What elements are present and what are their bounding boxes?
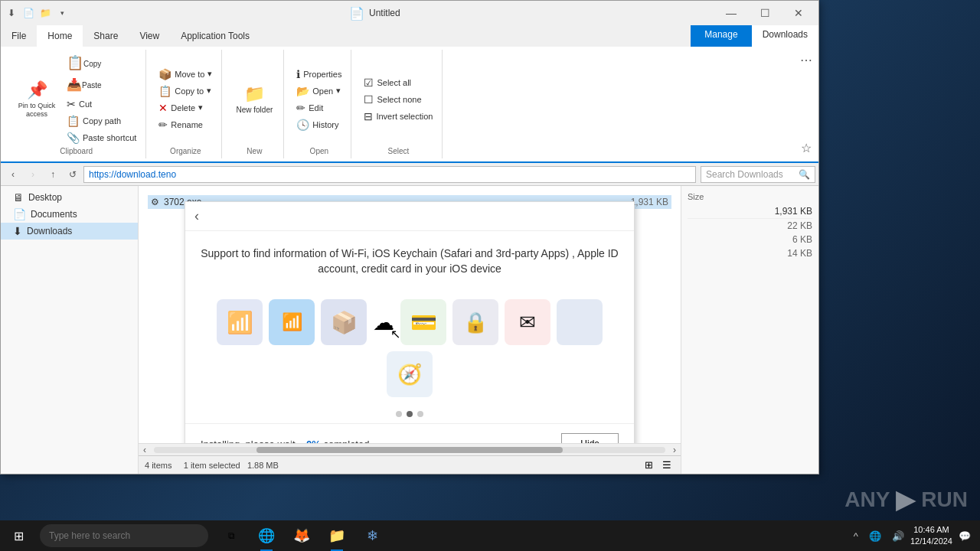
organize-col: 📦 Move to ▾ 📋 Copy to ▾ ✕ Delete ▾ <box>155 67 215 132</box>
paste-shortcut-button[interactable]: 📎 Paste shortcut <box>64 130 139 145</box>
invert-selection-icon: ⊟ <box>364 110 373 122</box>
quick-download-btn[interactable]: ⬇ <box>4 5 19 21</box>
select-all-button[interactable]: ☑ Select all <box>361 75 436 90</box>
taskbar-app-edge[interactable]: 🌐 <box>250 520 283 551</box>
tab-file[interactable]: File <box>1 25 37 47</box>
notification-icon[interactable]: 💬 <box>956 529 974 543</box>
select-none-button[interactable]: ☐ Select none <box>361 92 436 107</box>
file-explorer-window: ⬇ 📄 📁 ▾ 📄 Untitled — ☐ ✕ File Home Share… <box>0 0 819 474</box>
installer-progress: Installing, please wait... 0% completed.… <box>185 423 634 443</box>
edge-icon: 🌐 <box>258 527 275 544</box>
details-view-btn[interactable]: ⊞ <box>641 458 656 473</box>
app-tile-gmail: ✉ <box>505 299 550 345</box>
close-button[interactable]: ✕ <box>782 1 815 25</box>
app-tile-lock: 🔒 <box>452 299 498 345</box>
scroll-left-btn[interactable]: ‹ <box>139 444 151 456</box>
taskbar-volume-icon[interactable]: 🔊 <box>889 529 907 543</box>
taskbar-app-explorer[interactable]: 📁 <box>320 520 354 551</box>
progress-text: Installing, please wait... 0% completed. <box>201 439 372 443</box>
window-icon: 📄 <box>349 6 364 21</box>
start-button[interactable]: ⊞ <box>0 520 37 551</box>
status-bar: 4 items 1 item selected 1.88 MB ⊞ ☰ <box>139 455 681 474</box>
ribbon-expand-btn[interactable]: ⋯ <box>800 53 812 67</box>
taskbar-chevron-icon[interactable]: ^ <box>851 529 861 543</box>
tab-manage[interactable]: Manage <box>691 25 751 47</box>
up-button[interactable]: ↑ <box>44 165 62 184</box>
task-view-icon: ⧉ <box>228 530 235 541</box>
open-buttons: ℹ Properties 📂 Open ▾ ✏ Edit <box>293 53 345 145</box>
forward-button[interactable]: › <box>24 165 42 184</box>
taskbar: ⊞ ⧉ 🌐 🦊 📁 ❄ ^ 🌐 🔊 10:46 AM 12/14/2024 💬 <box>0 520 980 551</box>
pin-to-quick-button[interactable]: 📌 Pin to Quick access <box>13 79 60 120</box>
scroll-track[interactable] <box>154 447 665 453</box>
tab-home[interactable]: Home <box>37 25 83 47</box>
open-arrow: ▾ <box>336 86 341 96</box>
delete-button[interactable]: ✕ Delete ▾ <box>155 100 215 116</box>
right-panel: Size 1,931 KB 22 KB 6 KB 14 KB <box>681 186 818 474</box>
address-bar[interactable]: https://download.teno <box>83 166 696 183</box>
properties-button[interactable]: ℹ Properties <box>293 67 345 82</box>
cut-button[interactable]: ✂ Cut <box>64 96 139 112</box>
select-none-icon: ☐ <box>364 93 374 106</box>
hide-button[interactable]: Hide <box>561 433 619 443</box>
open-button[interactable]: 📂 Open ▾ <box>293 83 345 99</box>
edit-button[interactable]: ✏ Edit <box>293 100 345 116</box>
move-to-button[interactable]: 📦 Move to ▾ <box>155 67 215 82</box>
move-to-icon: 📦 <box>158 68 172 80</box>
copy-button[interactable]: 📋 Copy <box>64 53 139 74</box>
rename-button[interactable]: ✏ Rename <box>155 117 215 132</box>
size-value-main: 1,931 KB <box>688 204 812 219</box>
select-group: ☑ Select all ☐ Select none ⊟ Invert sele… <box>354 50 443 158</box>
ribbon-content: 📌 Pin to Quick access 📋 Copy 📥 Paste <box>1 47 818 163</box>
tab-downloads[interactable]: Downloads <box>752 25 818 47</box>
status-view-buttons: ⊞ ☰ <box>641 458 675 473</box>
installer-icons: 📶 📶 📦 ☁ ↖ 💳 🔒 ✉ <box>185 292 634 405</box>
back-button[interactable]: ‹ <box>4 165 22 184</box>
app-tile-3: 📦 <box>321 299 367 345</box>
ribbon-tabs: File Home Share View Application Tools M… <box>1 25 818 47</box>
app-tile-2: 📶 <box>269 299 315 345</box>
taskbar-search-input[interactable] <box>40 524 208 547</box>
list-view-btn[interactable]: ☰ <box>659 458 675 473</box>
installer-back-btn[interactable]: ‹ <box>194 208 199 224</box>
sidebar-item-documents[interactable]: 📄 Documents <box>1 206 138 223</box>
taskbar-network-icon[interactable]: 🌐 <box>866 529 884 543</box>
tab-application-tools[interactable]: Application Tools <box>170 25 260 47</box>
taskbar-app-taskview[interactable]: ⧉ <box>214 520 248 551</box>
copy-to-button[interactable]: 📋 Copy to ▾ <box>155 83 215 99</box>
titlebar: ⬇ 📄 📁 ▾ 📄 Untitled — ☐ ✕ <box>1 1 818 25</box>
explorer-icon: 📁 <box>328 527 345 544</box>
copy-path-icon: 📋 <box>67 115 80 127</box>
scroll-thumb[interactable] <box>256 447 564 453</box>
sidebar-item-desktop[interactable]: 🖥 Desktop <box>1 189 138 206</box>
taskbar-clock[interactable]: 10:46 AM 12/14/2024 <box>910 524 952 548</box>
history-button[interactable]: 🕓 History <box>293 117 345 132</box>
search-bar[interactable]: Search Downloads 🔍 <box>701 166 815 183</box>
edit-icon: ✏ <box>296 102 305 114</box>
minimize-button[interactable]: — <box>714 1 748 25</box>
quick-dropdown-btn[interactable]: ▾ <box>54 5 70 21</box>
new-folder-button[interactable]: 📁 New folder <box>231 83 277 116</box>
refresh-button[interactable]: ↺ <box>64 165 82 184</box>
ribbon-star-btn[interactable]: ☆ <box>800 141 812 155</box>
select-all-icon: ☑ <box>364 77 374 89</box>
quick-file-btn[interactable]: 📄 <box>21 5 36 21</box>
quick-folder-btn[interactable]: 📁 <box>38 5 53 21</box>
maximize-button[interactable]: ☐ <box>748 1 782 25</box>
taskbar-apps: ⧉ 🌐 🦊 📁 ❄ <box>214 520 389 551</box>
navigation-bar: ‹ › ↑ ↺ https://download.teno Search Dow… <box>1 163 818 186</box>
copy-path-button[interactable]: 📋 Copy path <box>64 113 139 129</box>
tab-share[interactable]: Share <box>83 25 129 47</box>
taskbar-app-firefox[interactable]: 🦊 <box>285 520 318 551</box>
invert-selection-button[interactable]: ⊟ Invert selection <box>361 109 436 124</box>
installer-nav: ‹ <box>185 202 634 231</box>
scroll-right-btn[interactable]: › <box>668 444 681 456</box>
installer-title: Support to find information of Wi-Fi, iO… <box>201 246 619 276</box>
organize-group: 📦 Move to ▾ 📋 Copy to ▾ ✕ Delete ▾ <box>149 50 222 158</box>
rename-icon: ✏ <box>158 119 168 131</box>
paste-button[interactable]: 📥 Paste <box>64 76 139 95</box>
taskbar-app-5[interactable]: ❄ <box>355 520 389 551</box>
horizontal-scrollbar[interactable]: ‹ › <box>139 443 681 455</box>
tab-view[interactable]: View <box>129 25 170 47</box>
sidebar-item-downloads[interactable]: ⬇ Downloads <box>1 223 138 240</box>
